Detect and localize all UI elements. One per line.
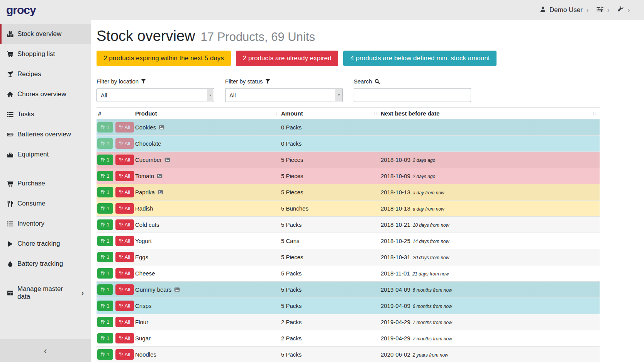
cocktail-icon bbox=[7, 71, 14, 78]
consume-all-button[interactable]: All bbox=[115, 122, 134, 133]
column-header-product[interactable]: Product ↑↓ bbox=[135, 110, 281, 117]
sort-icon[interactable]: ↑↓ bbox=[373, 110, 377, 116]
below-min-stock-alert-button[interactable]: 4 products are below defined min. stock … bbox=[343, 51, 497, 66]
top-navbar: grocy Demo User › › › bbox=[0, 0, 644, 20]
consume-one-button[interactable]: 1 bbox=[97, 122, 113, 133]
consume-one-button[interactable]: 1 bbox=[97, 284, 113, 295]
sidebar-collapse-button[interactable]: ‹ bbox=[0, 339, 91, 362]
chevron-right-icon: › bbox=[81, 289, 84, 297]
consume-all-button[interactable]: All bbox=[115, 252, 134, 263]
consume-all-button[interactable]: All bbox=[115, 171, 134, 182]
utensils-icon bbox=[119, 239, 123, 243]
sidebar-item-equipment[interactable]: Equipment bbox=[0, 144, 91, 165]
consume-all-button[interactable]: All bbox=[115, 301, 134, 311]
product-name[interactable]: Cheese bbox=[135, 270, 155, 277]
main-content: Stock overview 17 Products, 69 Units 2 p… bbox=[91, 20, 644, 362]
expiring-products-alert-button[interactable]: 2 products expiring within the next 5 da… bbox=[97, 51, 231, 66]
sidebar-item-purchase[interactable]: Purchase bbox=[0, 173, 91, 194]
status-filter-select[interactable]: All ˅ bbox=[225, 88, 343, 102]
product-name[interactable]: Eggs bbox=[135, 254, 148, 260]
product-image-icon[interactable] bbox=[157, 173, 163, 179]
sidebar-item-chores-overview[interactable]: Chores overview bbox=[0, 84, 91, 104]
consume-one-button[interactable]: 1 bbox=[97, 138, 113, 149]
location-filter-select[interactable]: All ˅ bbox=[97, 88, 214, 102]
consume-all-button[interactable]: All bbox=[115, 219, 134, 230]
consume-all-button[interactable]: All bbox=[115, 203, 134, 214]
product-name[interactable]: Paprika bbox=[135, 189, 155, 195]
product-name[interactable]: Flour bbox=[135, 319, 148, 325]
product-name[interactable]: Tomato bbox=[135, 173, 154, 179]
best-before-date: 2019-04-096 months from now bbox=[381, 286, 600, 293]
row-actions: 1 All bbox=[97, 122, 135, 133]
home-icon bbox=[7, 91, 14, 98]
sidebar-item-consume[interactable]: Consume bbox=[0, 194, 91, 214]
consume-one-button[interactable]: 1 bbox=[97, 171, 113, 182]
expired-products-alert-button[interactable]: 2 products are already expired bbox=[236, 51, 339, 66]
consume-one-button[interactable]: 1 bbox=[97, 301, 113, 311]
column-header-best-before-date[interactable]: Next best before date ↑↓ bbox=[381, 110, 600, 117]
table-row: 1 All Flour 2 Packs 2019-04-297 months f… bbox=[97, 314, 600, 330]
sidebar-item-tasks[interactable]: Tasks bbox=[0, 104, 91, 124]
product-name[interactable]: Cookies bbox=[135, 124, 156, 131]
product-name[interactable]: Cold cuts bbox=[135, 221, 159, 228]
settings-menu[interactable]: › bbox=[597, 6, 610, 14]
consume-one-button[interactable]: 1 bbox=[97, 203, 113, 214]
sidebar-item-battery-tracking[interactable]: Battery tracking bbox=[0, 254, 91, 274]
consume-one-button[interactable]: 1 bbox=[97, 317, 113, 328]
user-menu[interactable]: Demo User › bbox=[540, 6, 589, 14]
admin-menu[interactable]: › bbox=[617, 6, 630, 14]
utensils-icon bbox=[119, 125, 123, 129]
consume-one-button[interactable]: 1 bbox=[97, 349, 113, 360]
sidebar-item-chore-tracking[interactable]: Chore tracking bbox=[0, 234, 91, 254]
product-name[interactable]: Gummy bears bbox=[135, 286, 171, 293]
sidebar-item-stock-overview[interactable]: Stock overview bbox=[0, 24, 91, 44]
product-name[interactable]: Crisps bbox=[135, 303, 152, 309]
user-name: Demo User bbox=[549, 6, 583, 14]
chevron-down-icon: ˅ bbox=[207, 89, 214, 101]
consume-all-button[interactable]: All bbox=[115, 138, 134, 149]
consume-one-button[interactable]: 1 bbox=[97, 155, 113, 165]
sort-icon[interactable]: ↑↓ bbox=[274, 110, 277, 116]
product-name[interactable]: Radish bbox=[135, 205, 153, 212]
product-name[interactable]: Yogurt bbox=[135, 238, 152, 244]
utensils-icon bbox=[119, 255, 123, 259]
product-image-icon[interactable] bbox=[158, 189, 163, 195]
product-image-icon[interactable] bbox=[174, 287, 180, 292]
consume-all-button[interactable]: All bbox=[115, 349, 134, 360]
product-name[interactable]: Chocolate bbox=[135, 140, 161, 147]
consume-all-button[interactable]: All bbox=[115, 284, 134, 295]
search-input[interactable] bbox=[354, 88, 471, 102]
consume-all-button[interactable]: All bbox=[115, 317, 134, 328]
consume-all-button[interactable]: All bbox=[115, 333, 134, 344]
shopping-cart-icon bbox=[7, 180, 14, 187]
table-row: 1 All Crisps 5 Packs 2019-04-096 months … bbox=[97, 297, 600, 314]
consume-one-button[interactable]: 1 bbox=[97, 219, 113, 230]
consume-all-button[interactable]: All bbox=[115, 155, 134, 165]
amount-value: 0 Packs bbox=[281, 124, 381, 131]
consume-one-button[interactable]: 1 bbox=[97, 268, 113, 279]
product-image-icon[interactable] bbox=[159, 124, 164, 130]
sidebar-item-inventory[interactable]: Inventory bbox=[0, 214, 91, 234]
consume-all-button[interactable]: All bbox=[115, 236, 134, 246]
utensils-icon bbox=[119, 158, 123, 162]
product-name[interactable]: Sugar bbox=[135, 335, 151, 342]
sort-icon[interactable]: ↑↓ bbox=[592, 110, 596, 116]
product-image-icon[interactable] bbox=[164, 157, 170, 163]
product-name[interactable]: Cucumber bbox=[135, 156, 162, 163]
utensils-icon bbox=[101, 255, 105, 259]
table-row: 1 All Noodles 5 Packs 2020-06-022 years … bbox=[97, 346, 600, 362]
consume-one-button[interactable]: 1 bbox=[97, 187, 113, 198]
sidebar-item-shopping-list[interactable]: Shopping list bbox=[0, 44, 91, 64]
consume-all-button[interactable]: All bbox=[115, 268, 134, 279]
consume-one-button[interactable]: 1 bbox=[97, 236, 113, 246]
app-logo[interactable]: grocy bbox=[6, 3, 36, 17]
column-header-amount[interactable]: Amount ↑↓ bbox=[281, 110, 381, 117]
consume-one-button[interactable]: 1 bbox=[97, 252, 113, 263]
sidebar-item-manage-master-data[interactable]: Manage master data › bbox=[0, 283, 91, 303]
sidebar-item-batteries-overview[interactable]: Batteries overview bbox=[0, 124, 91, 144]
consume-one-button[interactable]: 1 bbox=[97, 333, 113, 344]
sidebar-item-recipes[interactable]: Recipes bbox=[0, 64, 91, 84]
row-actions: 1 All bbox=[97, 155, 135, 165]
product-name[interactable]: Noodles bbox=[135, 351, 156, 358]
consume-all-button[interactable]: All bbox=[115, 187, 134, 198]
